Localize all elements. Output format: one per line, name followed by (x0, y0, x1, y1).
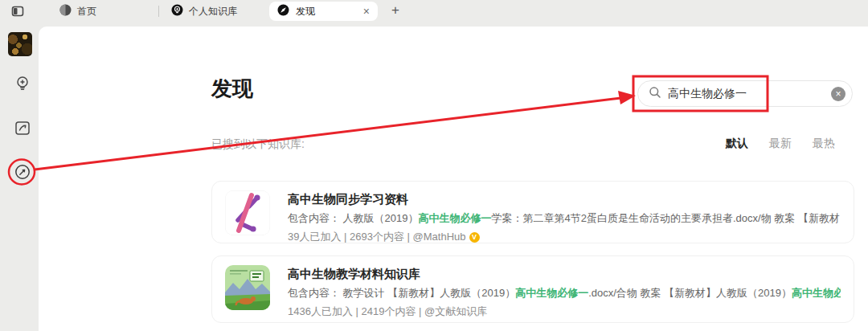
kb-card-title: 高中生物教学材料知识库 (288, 266, 841, 282)
discover-compass-icon[interactable] (14, 163, 31, 181)
kb-card-stats-text: 39人已加入 | 2693个内容 | @MathHub (288, 230, 466, 244)
kb-card-description: 包含内容： 人教版（2019）高中生物必修一学案：第二章第4节2蛋白质是生命活动… (288, 211, 841, 226)
tab-home-label: 首页 (77, 5, 96, 18)
sidebar-toggle-icon[interactable] (11, 5, 24, 18)
kb-card-stats: 1436人已加入 | 2419个内容 | @文献知识库 (288, 304, 841, 319)
tab-discover-active[interactable]: 发现 × (269, 2, 378, 21)
verified-badge-icon: V (469, 232, 480, 243)
search-box[interactable]: × (637, 80, 853, 107)
kb-card-description: 包含内容： 教学设计 【新教材】人教版（2019）高中生物必修一.docx/合物… (288, 286, 841, 300)
tab-divider (158, 6, 159, 17)
tab-personal-kb[interactable]: 个人知识库 (171, 0, 237, 22)
kb-card-1[interactable]: 高中生物同步学习资料 包含内容： 人教版（2019）高中生物必修一学案：第二章第… (211, 181, 854, 243)
dna-logo-icon (225, 190, 270, 235)
kb-card-2[interactable]: 高中生物教学材料知识库 包含内容： 教学设计 【新教材】人教版（2019）高中生… (211, 255, 854, 323)
compose-icon[interactable] (14, 119, 31, 137)
kb-card-stats-text: 1436人已加入 | 2419个内容 | @文献知识库 (288, 304, 487, 319)
card-body: 高中生物同步学习资料 包含内容： 人教版（2019）高中生物必修一学案：第二章第… (288, 190, 841, 234)
card-body: 高中生物教学材料知识库 包含内容： 教学设计 【新教材】人教版（2019）高中生… (288, 265, 841, 313)
discover-tab-icon (277, 4, 289, 18)
sidebar (0, 22, 39, 331)
home-tab-icon (59, 4, 72, 18)
new-tab-icon[interactable]: + (391, 2, 399, 18)
clear-search-icon[interactable]: × (831, 87, 845, 101)
results-hint: 已搜到以下知识库: (211, 137, 305, 152)
sort-bar: 默认 最新 最热 (726, 137, 835, 151)
sort-hottest[interactable]: 最热 (813, 137, 835, 151)
tab-kb-label: 个人知识库 (189, 5, 237, 18)
search-icon (649, 86, 661, 102)
kb-card-title: 高中生物同步学习资料 (288, 191, 841, 207)
avatar[interactable] (8, 32, 32, 56)
textbook-cover-icon (225, 265, 270, 310)
tab-discover-label: 发现 (296, 5, 315, 18)
page-title: 发现 (211, 75, 253, 103)
sort-default[interactable]: 默认 (726, 137, 748, 151)
sort-newest[interactable]: 最新 (769, 137, 792, 151)
main-panel: 发现 × 已搜到以下知识库: 默认 最新 最热 (39, 27, 868, 331)
topbar: 首页 个人知识库 发现 × + (0, 0, 868, 22)
close-tab-icon[interactable]: × (363, 6, 370, 17)
new-knowledge-base-icon[interactable] (14, 75, 31, 92)
search-input[interactable] (668, 88, 831, 100)
kb-card-stats: 39人已加入 | 2693个内容 | @MathHub V (288, 230, 841, 244)
kb-tab-icon (171, 4, 183, 18)
tab-home[interactable]: 首页 (59, 0, 96, 22)
